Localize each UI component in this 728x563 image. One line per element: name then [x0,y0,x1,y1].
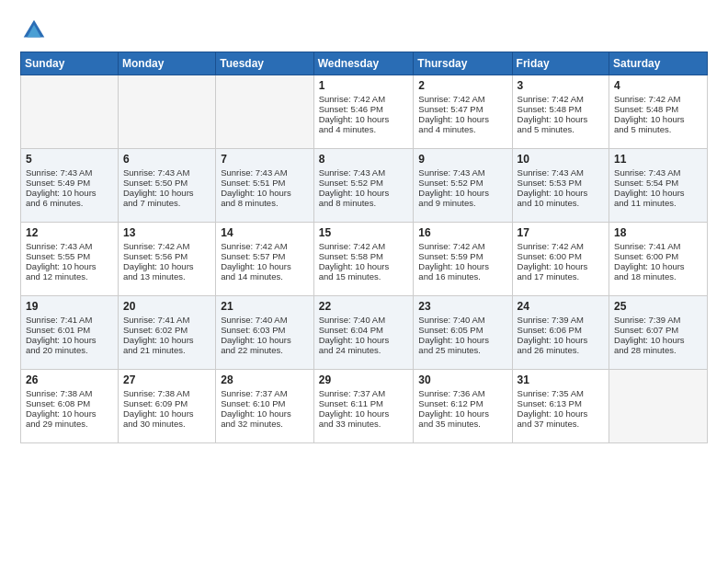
day-info: Sunset: 6:06 PM [518,325,604,335]
day-info: Sunset: 5:59 PM [418,251,506,261]
day-info: Sunrise: 7:42 AM [418,94,506,104]
day-number: 11 [614,153,702,166]
day-info: Sunset: 5:53 PM [518,178,604,188]
day-info: Daylight: 10 hours [123,335,210,345]
calendar-cell: 2Sunrise: 7:42 AMSunset: 5:47 PMDaylight… [414,75,512,149]
day-info: Sunrise: 7:43 AM [26,167,113,178]
day-info: Sunrise: 7:38 AM [123,388,210,398]
day-info: and 18 minutes. [614,271,702,282]
day-info: Daylight: 10 hours [26,408,113,419]
day-info: and 22 minutes. [221,345,309,355]
calendar-cell: 16Sunrise: 7:42 AMSunset: 5:59 PMDayligh… [414,223,512,296]
calendar-cell: 20Sunrise: 7:41 AMSunset: 6:02 PMDayligh… [118,296,215,370]
calendar-cell: 15Sunrise: 7:42 AMSunset: 5:58 PMDayligh… [313,223,414,296]
day-info: and 35 minutes. [418,419,506,429]
weekday-header-sunday: Sunday [21,52,119,75]
day-info: and 10 minutes. [518,198,604,208]
calendar-cell [21,75,119,149]
day-info: Sunrise: 7:42 AM [614,94,702,104]
calendar-cell: 23Sunrise: 7:40 AMSunset: 6:05 PMDayligh… [414,296,512,370]
calendar-cell: 30Sunrise: 7:36 AMSunset: 6:12 PMDayligh… [414,370,512,443]
day-info: Daylight: 10 hours [418,261,506,271]
calendar-cell: 12Sunrise: 7:43 AMSunset: 5:55 PMDayligh… [21,223,119,296]
calendar-cell: 28Sunrise: 7:37 AMSunset: 6:10 PMDayligh… [216,370,314,443]
day-info: Daylight: 10 hours [614,188,702,198]
day-info: and 14 minutes. [221,271,309,282]
weekday-header-friday: Friday [512,52,609,75]
calendar-week-4: 19Sunrise: 7:41 AMSunset: 6:01 PMDayligh… [21,296,708,370]
day-number: 14 [221,226,309,239]
day-info: Sunset: 5:48 PM [518,104,604,114]
day-number: 10 [518,153,604,166]
day-info: Sunset: 6:08 PM [26,398,113,408]
day-number: 2 [418,79,506,92]
calendar-cell: 31Sunrise: 7:35 AMSunset: 6:13 PMDayligh… [512,370,609,443]
calendar-cell: 13Sunrise: 7:42 AMSunset: 5:56 PMDayligh… [118,223,215,296]
day-info: Sunrise: 7:42 AM [518,94,604,104]
day-info: Sunrise: 7:43 AM [418,167,506,178]
day-number: 20 [123,300,210,313]
day-info: Sunrise: 7:42 AM [319,241,409,251]
calendar-cell: 5Sunrise: 7:43 AMSunset: 5:49 PMDaylight… [21,149,119,223]
day-info: Daylight: 10 hours [319,188,409,198]
day-info: Sunrise: 7:41 AM [614,241,702,251]
day-number: 28 [221,373,309,386]
day-info: Sunrise: 7:43 AM [26,241,113,251]
day-info: Sunset: 6:03 PM [221,325,309,335]
day-info: Sunrise: 7:40 AM [221,315,309,325]
day-info: Sunrise: 7:39 AM [518,315,604,325]
day-info: Daylight: 10 hours [221,261,309,271]
day-info: Sunset: 5:49 PM [26,178,113,188]
day-number: 31 [518,373,604,386]
calendar-cell: 21Sunrise: 7:40 AMSunset: 6:03 PMDayligh… [216,296,314,370]
day-info: and 4 minutes. [319,124,409,134]
day-number: 29 [319,373,409,386]
day-info: Sunrise: 7:41 AM [123,315,210,325]
day-number: 12 [26,226,113,239]
day-info: Sunrise: 7:43 AM [319,167,409,178]
day-info: Daylight: 10 hours [518,261,604,271]
day-info: and 33 minutes. [319,419,409,429]
weekday-header-thursday: Thursday [414,52,512,75]
day-info: Daylight: 10 hours [26,261,113,271]
day-info: Daylight: 10 hours [26,188,113,198]
day-info: Daylight: 10 hours [123,188,210,198]
day-info: and 13 minutes. [123,271,210,282]
day-info: and 24 minutes. [319,345,409,355]
calendar-cell [609,370,708,443]
day-number: 21 [221,300,309,313]
day-info: Sunrise: 7:43 AM [221,167,309,178]
day-info: and 26 minutes. [518,345,604,355]
day-info: Sunrise: 7:35 AM [518,388,604,398]
day-number: 5 [26,153,113,166]
weekday-header-monday: Monday [118,52,215,75]
day-info: Sunrise: 7:41 AM [26,315,113,325]
day-info: and 11 minutes. [614,198,702,208]
weekday-header-wednesday: Wednesday [313,52,414,75]
day-number: 19 [26,300,113,313]
day-info: Sunset: 5:56 PM [123,251,210,261]
day-info: Sunset: 6:00 PM [518,251,604,261]
day-info: Daylight: 10 hours [123,261,210,271]
day-number: 9 [418,153,506,166]
day-info: Sunset: 5:57 PM [221,251,309,261]
weekday-header-saturday: Saturday [609,52,708,75]
logo-icon [20,17,48,44]
day-info: Daylight: 10 hours [614,114,702,124]
calendar-cell [216,75,314,149]
day-info: Daylight: 10 hours [418,408,506,419]
calendar-cell: 26Sunrise: 7:38 AMSunset: 6:08 PMDayligh… [21,370,119,443]
day-info: Sunset: 6:12 PM [418,398,506,408]
day-number: 3 [518,79,604,92]
day-info: Sunrise: 7:40 AM [319,315,409,325]
day-info: Sunrise: 7:42 AM [123,241,210,251]
calendar-cell: 19Sunrise: 7:41 AMSunset: 6:01 PMDayligh… [21,296,119,370]
day-info: Sunrise: 7:42 AM [418,241,506,251]
day-number: 16 [418,226,506,239]
calendar-cell: 29Sunrise: 7:37 AMSunset: 6:11 PMDayligh… [313,370,414,443]
day-info: Daylight: 10 hours [518,114,604,124]
day-number: 27 [123,373,210,386]
day-info: and 29 minutes. [26,419,113,429]
day-info: and 17 minutes. [518,271,604,282]
day-info: Daylight: 10 hours [221,188,309,198]
